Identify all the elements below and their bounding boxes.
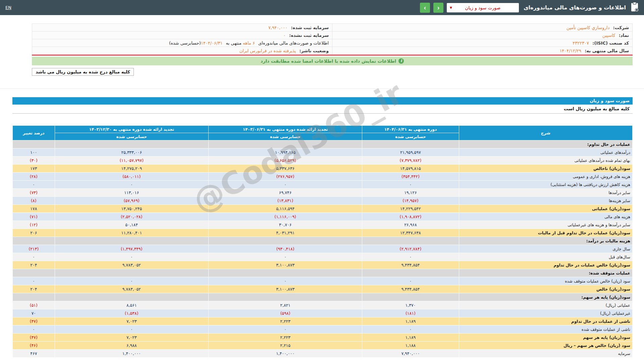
value-restated-annual: ۹,۷۸۳,۰۵۲ [55, 261, 208, 269]
value-percent-change: (۷۱) [13, 213, 55, 221]
value-percent-change [13, 140, 55, 148]
value-restated-halfyear: ۱,۴۰۰,۰۰۰ [208, 350, 362, 358]
table-row: سرمایه ۷,۹۴۰,۰۰۰ ۱,۴۰۰,۰۰۰ ۱,۴۰۰,۰۰۰ ۴۶۷ [13, 350, 633, 358]
row-label: سود (زیان) خالص هر سهم – ریال [459, 342, 632, 350]
header-restated-annual: تجدید ارائه شده دوره منتهی به ۱۴۰۳/۱۲/۳۰ [55, 126, 208, 133]
company-cell: شرکت: داروسازي کاسپین تأمین [332, 24, 633, 32]
value-restated-annual: ۰ [55, 277, 208, 285]
table-row: هزینه های مالی (۱,۹۰۸,۸۷۲) (۱,۱۱۶,۰۰۹) (… [13, 213, 633, 221]
value-restated-annual: ۱,۴۰۰,۰۰۰ [55, 350, 208, 358]
value-current-period: (۲,۹۱۲,۷۸۴) [362, 245, 459, 253]
value-restated-halfyear: (۵,۶۵۶,۵۲۹) [208, 157, 362, 165]
table-row: هزینه کاهش ارزش دریافتنی ها (هزینه استثن… [13, 181, 633, 189]
value-current-period: ۱۴,۵۷۹,۸۱۵ [362, 165, 459, 173]
language-toggle-en[interactable]: EN [5, 5, 11, 10]
value-restated-annual [55, 140, 208, 148]
header-current-period: دوره منتهی به ۱۴۰۴/۰۶/۳۱ [362, 126, 459, 133]
table-row: درآمدهای عملیاتی ۲۱,۹۵۹,۵۹۷ ۱۰,۹۹۴,۱۶۵ ۲… [13, 148, 633, 157]
report-line-part: اطلاعات و صورت‌های مالی میاندوره‌ای [257, 41, 329, 46]
clipboard-icon [631, 2, 639, 13]
value-restated-annual [55, 269, 208, 277]
value-current-period: ۲۶,۹۶۸ [362, 221, 459, 229]
top-navbar: EN ‹ › ▼ صورت سود و زیان اطلاعات و صورت‌… [0, 0, 644, 15]
table-row: سود(زیان) پایه هر سهم: [13, 293, 633, 301]
value-restated-annual: (۱۱,۰۵۷,۷۹۷) [55, 157, 208, 165]
value-restated-annual: ۲۵,۳۳۳,۰۰۶ [55, 148, 208, 157]
value-percent-change: ۰ [13, 253, 55, 261]
report-line-part: منتهی به [224, 41, 243, 46]
table-header: شرح دوره منتهی به ۱۴۰۴/۰۶/۳۱ تجدید ارائه… [13, 126, 633, 140]
isic-label: کد صنعت (ISIC): [592, 41, 629, 46]
value-restated-halfyear: (۵۹۸) [208, 309, 362, 317]
value-percent-change: (۴۷) [13, 317, 55, 325]
table-row: ناشی از عملیات در حال تداوم ۱,۱۸۹ ۲,۲۲۳ … [13, 317, 633, 325]
value-restated-annual: ۰ [55, 181, 208, 189]
row-label: هزینه کاهش ارزش دریافتنی ها (هزینه استثن… [459, 181, 632, 189]
company-value: داروسازي کاسپین تأمین [567, 25, 610, 30]
value-current-period: ۰ [362, 277, 459, 285]
value-percent-change: (۷۳) [13, 189, 55, 197]
page-title: اطلاعات و صورت‌های مالی میاندوره‌ای [524, 4, 626, 11]
row-label: عملیاتی (ریال) [459, 301, 632, 309]
table-body: عملیات در حال تداوم: درآمدهای عملیاتی ۲۱… [13, 140, 633, 358]
value-restated-halfyear: ۳,۱۰۰,۸۷۳ [208, 285, 362, 293]
value-current-period [362, 293, 459, 301]
statement-select[interactable]: ▼ صورت سود و زیان [447, 3, 519, 12]
value-percent-change [13, 237, 55, 245]
value-restated-halfyear: ۵,۱۱۶,۵۹۴ [208, 205, 362, 213]
section-divider [0, 88, 644, 89]
row-label: هزینه های مالی [459, 213, 632, 221]
table-row: سایر درآمدها ۱۹,۱۲۶ ۶۹,۷۴۶ ۱۱۳,۰۱۶ (۷۳) [13, 189, 633, 197]
table-row: سایر هزینه‌ها (۱۴,۹۵۷) (۱۳,۸۳۱) (۵۷,۹۶۹)… [13, 197, 633, 205]
fiscal-year-label: سال مالی منتهی به: [585, 48, 629, 53]
value-current-period: ۱,۱۸۹ [362, 317, 459, 325]
value-restated-annual: (۱,۴۹۷,۳۴۹) [55, 245, 208, 253]
next-statement-button[interactable]: › [433, 3, 443, 13]
value-percent-change: (۲۱۳) [13, 245, 55, 253]
row-label: ناشی از عملیات متوقف شده [459, 325, 632, 334]
isic-value: ۴۳۲۲۳۰۷ [573, 41, 589, 46]
value-current-period: (۷,۳۷۹,۷۸۲) [362, 157, 459, 165]
company-info-section: شرکت: داروسازي کاسپین تأمین سرمایه ثبت ش… [32, 23, 633, 76]
value-percent-change [13, 293, 55, 301]
value-current-period: (۱۸۱) [362, 309, 459, 317]
value-restated-halfyear: (۹۳۰,۴۱۸) [208, 245, 362, 253]
row-label: هزینه مالیات بر درآمد: [459, 237, 632, 245]
report-audit-note: (حسابرسی شده) [169, 41, 201, 46]
symbol-label: نماد: [619, 33, 629, 38]
value-current-period [362, 237, 459, 245]
value-restated-halfyear [208, 140, 362, 148]
table-row: سود(زیان) خالص ۹,۴۳۴,۸۵۴ ۳,۱۰۰,۸۷۳ ۹,۷۸۳… [13, 285, 633, 293]
value-percent-change: (۱۲) [13, 221, 55, 229]
value-restated-annual: (۵۷,۹۶۹) [55, 197, 208, 205]
value-percent-change: ۱۷۳ [13, 165, 55, 173]
table-row: هزینه مالیات بر درآمد: [13, 237, 633, 245]
company-info-table: شرکت: داروسازي کاسپین تأمین سرمایه ثبت ش… [32, 23, 633, 55]
fiscal-year-value: ۱۴۰۴/۱۲/۲۹ [559, 48, 581, 53]
row-label: بهای تمام شده درآمدهای عملیاتی [459, 157, 632, 165]
value-restated-annual [55, 293, 208, 301]
row-label: سال‌های قبل [459, 253, 632, 261]
prev-statement-button[interactable]: ‹ [420, 3, 430, 13]
company-label: شرکت: [613, 25, 629, 30]
value-restated-halfyear: (۲۷۶,۹۵۷) [208, 173, 362, 181]
info-icon: i [398, 58, 404, 64]
unregistered-capital-value: ۰ [283, 33, 286, 38]
value-restated-annual: ۸,۵۶۱ [55, 301, 208, 309]
value-percent-change: ۰ [13, 181, 55, 189]
value-percent-change: (۴۷) [13, 334, 55, 342]
value-current-period: ۱,۱۸۸ [362, 342, 459, 350]
table-row: سود(زیان) ناخالص ۱۴,۵۷۹,۸۱۵ ۵,۳۳۷,۶۳۶ ۱۴… [13, 165, 633, 173]
row-label: سایر درآمدها و هزینه های غیرعملیاتی [459, 221, 632, 229]
value-percent-change [13, 269, 55, 277]
table-row: ناشی از عملیات متوقف شده ۰ ۰ ۰ ۰ [13, 325, 633, 334]
value-percent-change: ۰ [13, 277, 55, 285]
value-restated-halfyear: ۵,۳۳۷,۶۳۶ [208, 165, 362, 173]
row-label: سود(زیان) ناخالص [459, 165, 632, 173]
value-percent-change: (۵۱) [13, 301, 55, 309]
row-label: سود(زیان) عملیاتی [459, 205, 632, 213]
info-row-4: سال مالی منتهی به: ۱۴۰۴/۱۲/۲۹ وضعیت ناشر… [32, 47, 633, 55]
value-restated-annual: ۱۴,۲۷۵,۲۰۹ [55, 165, 208, 173]
value-current-period: ۰ [362, 325, 459, 334]
row-label: سود(زیان) خالص [459, 285, 632, 293]
